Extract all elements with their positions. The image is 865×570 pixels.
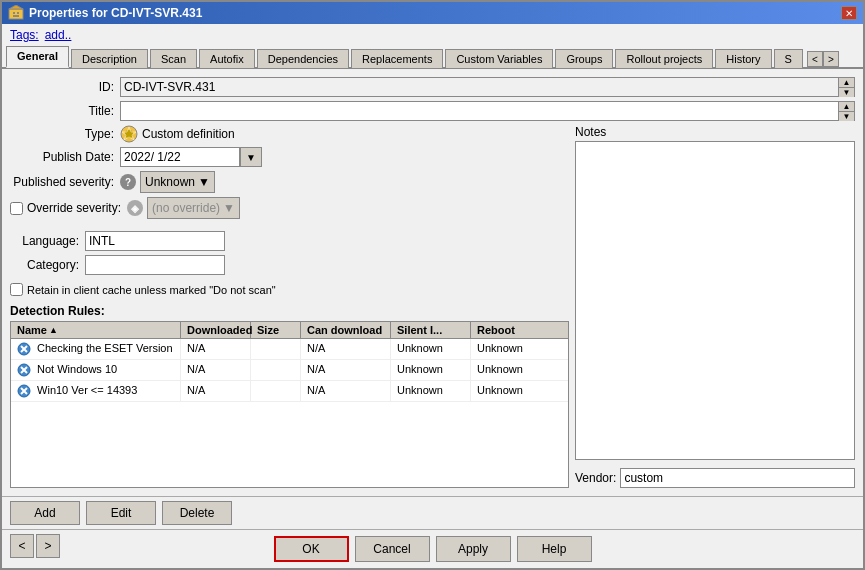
tab-scan[interactable]: Scan [150, 49, 197, 68]
content-area: ID: ▲ ▼ Title: ▲ ▼ [2, 69, 863, 496]
tabs-bar: General Description Scan Autofix Depende… [2, 46, 863, 69]
header-can-download[interactable]: Can download [301, 322, 391, 338]
header-name-text: Name [17, 324, 47, 336]
override-label: Override severity: [27, 201, 121, 215]
vendor-field[interactable] [620, 468, 855, 488]
title-label: Title: [10, 104, 120, 118]
severity-icon: ? [120, 174, 136, 190]
id-scroll: ▲ ▼ [838, 78, 854, 96]
delete-button[interactable]: Delete [162, 501, 232, 525]
language-field[interactable] [85, 231, 225, 251]
id-label: ID: [10, 80, 120, 94]
title-field[interactable] [121, 102, 838, 120]
cell-dl-1: N/A [181, 339, 251, 359]
tab-dependencies[interactable]: Dependencies [257, 49, 349, 68]
cell-name-3: Win10 Ver <= 14393 [11, 381, 181, 401]
table-row[interactable]: Checking the ESET Version N/A N/A Unknow… [11, 339, 568, 360]
add-button[interactable]: Add [10, 501, 80, 525]
svg-rect-2 [13, 12, 15, 14]
retain-checkbox[interactable] [10, 283, 23, 296]
tab-rollout[interactable]: Rollout projects [615, 49, 713, 68]
title-scroll: ▲ ▼ [838, 102, 854, 120]
ok-button[interactable]: OK [274, 536, 349, 562]
notes-textarea[interactable] [576, 142, 854, 459]
type-row: Type: Custom definition [10, 125, 569, 143]
rule-name-2: Not Windows 10 [37, 363, 117, 375]
title-scroll-up[interactable]: ▲ [839, 102, 854, 112]
publish-date-field[interactable] [120, 147, 240, 167]
nav-buttons: < > [10, 534, 60, 558]
vendor-label: Vendor: [575, 471, 620, 485]
right-section: Notes Vendor: [575, 125, 855, 488]
tab-general[interactable]: General [6, 46, 69, 68]
close-button[interactable]: ✕ [841, 6, 857, 20]
svg-rect-0 [9, 9, 23, 19]
date-picker-button[interactable]: ▼ [240, 147, 262, 167]
severity-dropdown-arrow: ▼ [198, 175, 210, 189]
type-value: Custom definition [142, 127, 235, 141]
main-section: Type: Custom definition Publish Date: ▼ [10, 125, 855, 488]
window-icon [8, 5, 24, 21]
notes-container [575, 141, 855, 460]
header-silent[interactable]: Silent I... [391, 322, 471, 338]
cell-dl-3: N/A [181, 381, 251, 401]
tab-next-button[interactable]: > [823, 51, 839, 67]
header-size[interactable]: Size [251, 322, 301, 338]
severity-row: Published severity: ? Unknown ▼ [10, 171, 569, 193]
svg-marker-1 [9, 5, 23, 9]
title-row: Title: ▲ ▼ [10, 101, 855, 121]
help-button[interactable]: Help [517, 536, 592, 562]
svg-rect-4 [13, 15, 19, 17]
tags-link[interactable]: Tags: [10, 28, 39, 42]
cell-size-2 [251, 360, 301, 380]
dialog-buttons-row: < > OK Cancel Apply Help [2, 529, 863, 568]
notes-label: Notes [575, 125, 855, 139]
sort-arrow: ▲ [49, 325, 58, 335]
nav-next-button[interactable]: > [36, 534, 60, 558]
header-silent-text: Silent I... [397, 324, 442, 336]
tab-groups[interactable]: Groups [555, 49, 613, 68]
category-field[interactable] [85, 255, 225, 275]
cell-can-1: N/A [301, 339, 391, 359]
tab-prev-button[interactable]: < [807, 51, 823, 67]
language-row: Language: [10, 231, 569, 251]
table-row[interactable]: Win10 Ver <= 14393 N/A N/A Unknown Unkno… [11, 381, 568, 402]
header-downloaded[interactable]: Downloaded [181, 322, 251, 338]
severity-dropdown[interactable]: Unknown ▼ [140, 171, 215, 193]
title-field-container: ▲ ▼ [120, 101, 855, 121]
override-dropdown[interactable]: (no override) ▼ [147, 197, 240, 219]
header-reboot[interactable]: Reboot [471, 322, 568, 338]
tab-history[interactable]: History [715, 49, 771, 68]
table-row[interactable]: Not Windows 10 N/A N/A Unknown Unknown [11, 360, 568, 381]
tab-autofix[interactable]: Autofix [199, 49, 255, 68]
publish-date-label: Publish Date: [10, 150, 120, 164]
tab-custom-variables[interactable]: Custom Variables [445, 49, 553, 68]
tab-replacements[interactable]: Replacements [351, 49, 443, 68]
header-name[interactable]: Name ▲ [11, 322, 181, 338]
header-downloaded-text: Downloaded [187, 324, 252, 336]
apply-button[interactable]: Apply [436, 536, 511, 562]
cell-silent-2: Unknown [391, 360, 471, 380]
id-field[interactable] [121, 78, 838, 96]
rules-table: Name ▲ Downloaded Size Can download [10, 321, 569, 488]
tab-description[interactable]: Description [71, 49, 148, 68]
header-can-download-text: Can download [307, 324, 382, 336]
id-scroll-down[interactable]: ▼ [839, 88, 854, 97]
type-label: Type: [10, 127, 120, 141]
id-row: ID: ▲ ▼ [10, 77, 855, 97]
edit-button[interactable]: Edit [86, 501, 156, 525]
id-scroll-up[interactable]: ▲ [839, 78, 854, 88]
nav-prev-button[interactable]: < [10, 534, 34, 558]
window-title: Properties for CD-IVT-SVR.431 [29, 6, 202, 20]
tab-nav: < > [807, 51, 839, 67]
rule-name-1: Checking the ESET Version [37, 342, 173, 354]
cancel-button[interactable]: Cancel [355, 536, 430, 562]
cell-dl-2: N/A [181, 360, 251, 380]
add-link[interactable]: add.. [45, 28, 72, 42]
title-scroll-down[interactable]: ▼ [839, 112, 854, 121]
title-bar: Properties for CD-IVT-SVR.431 ✕ [2, 2, 863, 24]
override-checkbox[interactable] [10, 202, 23, 215]
publish-date-row: Publish Date: ▼ [10, 147, 569, 167]
retain-label: Retain in client cache unless marked "Do… [27, 284, 276, 296]
tab-s[interactable]: S [774, 49, 803, 68]
